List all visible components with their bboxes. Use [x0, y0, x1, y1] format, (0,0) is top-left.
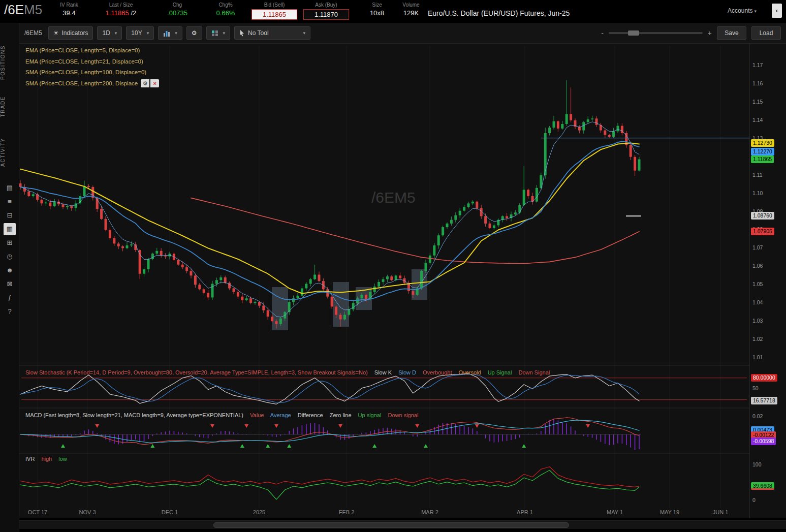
zoom-slider-thumb[interactable]: [628, 30, 639, 36]
stoch-study-label[interactable]: Slow Stochastic (K Period=14, D Period=9…: [25, 369, 368, 375]
tab-trade[interactable]: TRADE: [0, 93, 19, 120]
chevron-down-icon: ▾: [115, 30, 117, 36]
price-axis[interactable]: 1.171.161.151.141.131.121.111.101.091.08…: [749, 44, 786, 518]
zoom-slider[interactable]: [609, 32, 703, 34]
up-signal-arrow: [266, 444, 270, 448]
time-axis[interactable]: OCT 17NOV 3DEC 12025FEB 2MAR 2APR 1MAY 1…: [19, 509, 749, 518]
macd-legend-downsignal: Down signal: [388, 412, 418, 418]
collapse-panel-button[interactable]: ‹: [772, 4, 782, 18]
indicators-button[interactable]: ☀ Indicators: [48, 26, 93, 40]
chg-cell: Chg .00735: [155, 2, 200, 17]
axis-label: 100: [752, 461, 762, 468]
stoch-legend-slowk: Slow K: [374, 369, 392, 375]
chg-pct-value: 0.66%: [205, 9, 246, 17]
study-settings-button[interactable]: ⚙: [141, 79, 149, 87]
chg-label: Chg: [155, 2, 200, 9]
volume-label: Volume: [395, 2, 427, 9]
timeframe-dropdown[interactable]: 1D▾: [97, 26, 122, 40]
ask-button[interactable]: 1.11870: [303, 9, 349, 20]
study-label-sma200[interactable]: SMA (Price=CLOSE, Length=200, Displace: [25, 78, 138, 89]
tab-activity[interactable]: ACTIVITY: [0, 135, 19, 170]
x-axis-label: MAR 2: [421, 509, 438, 515]
study-remove-button[interactable]: ×: [150, 79, 159, 87]
axis-value-bubble: 1.12270: [751, 148, 774, 155]
x-axis-label: APR 1: [517, 509, 533, 515]
macd-legend-value: Value: [250, 412, 264, 418]
iv-rank-cell: IV Rank 39.4: [51, 2, 87, 17]
size-cell: Size 10x8: [359, 2, 395, 17]
layout-dropdown[interactable]: ▾: [206, 26, 231, 40]
grid-icon[interactable]: ⊞: [4, 237, 16, 249]
price-levels-layer: [541, 138, 749, 216]
load-button[interactable]: Load: [751, 26, 781, 40]
zoom-in-button[interactable]: +: [708, 29, 712, 37]
accounts-dropdown[interactable]: Accounts▾: [728, 7, 757, 14]
chart-settings-button[interactable]: ⚙: [186, 26, 202, 40]
archive-icon[interactable]: ⊠: [4, 278, 16, 290]
up-signal-arrow: [287, 444, 291, 448]
bid-label: Bid (Sell): [250, 2, 299, 9]
macd-label-row: MACD (Fast length=8, Slow length=21, MAC…: [25, 412, 423, 418]
toolbar-symbol: /6EM5: [24, 29, 42, 37]
drawing-tool-dropdown[interactable]: No Tool ▾: [234, 26, 310, 40]
toolbar-right-group: - + Save Load: [601, 26, 781, 40]
axis-label: 1.02: [752, 335, 763, 343]
macd-legend-average: Average: [270, 412, 291, 418]
x-axis-label: JUN 1: [713, 509, 729, 515]
x-axis-label: DEC 1: [162, 509, 178, 515]
list-icon[interactable]: ≡: [4, 196, 16, 208]
trade-ticket-icon[interactable]: ⊟: [4, 209, 16, 222]
bid-button[interactable]: 1.11865: [251, 9, 297, 20]
cursor-icon: [239, 29, 245, 37]
x-axis-label: 2025: [253, 509, 265, 515]
axis-label: 1.11: [752, 171, 763, 179]
ask-cell: Ask (Buy) 1.11870: [302, 2, 351, 20]
ivr-study-label[interactable]: IVR: [25, 456, 35, 462]
symbol-title: /6EM5: [4, 2, 42, 18]
people-icon[interactable]: ☻: [4, 264, 16, 276]
tool-value: No Tool: [248, 29, 268, 37]
macd-legend-zeroline: Zero line: [330, 412, 352, 418]
chart-scrollbar[interactable]: [19, 520, 786, 529]
chart-icon[interactable]: ▦: [4, 223, 16, 235]
chart-style-dropdown[interactable]: ▾: [158, 26, 182, 40]
bid-cell: Bid (Sell) 1.11865: [250, 2, 299, 20]
axis-value-bubble: 1.08760: [751, 212, 774, 220]
accounts-label: Accounts: [728, 7, 752, 14]
macd-legend-upsignal: Up signal: [358, 412, 382, 418]
grid-layout-icon: [211, 30, 218, 37]
axis-value-bubble: 1.11865: [751, 155, 774, 163]
save-button[interactable]: Save: [717, 26, 746, 40]
axis-value-bubble: 16.57718: [751, 397, 777, 404]
chevron-down-icon: ▾: [223, 30, 226, 36]
axis-label: 1.14: [752, 116, 763, 124]
report-icon[interactable]: ▤: [4, 182, 16, 194]
fx-icon[interactable]: ƒ: [4, 292, 16, 304]
zoom-out-button[interactable]: -: [601, 29, 604, 37]
axis-value-bubble: -0.00598: [751, 437, 776, 445]
chart-canvas[interactable]: [19, 44, 749, 518]
study-label-ema5[interactable]: EMA (Price=CLOSE, Length=5, Displace=0): [25, 45, 159, 56]
clock-icon[interactable]: ◷: [4, 251, 16, 263]
left-sidebar: POSITIONS TRADE ACTIVITY ▤≡⊟▦⊞◷☻⊠ƒ?: [0, 23, 19, 532]
grid-layer: [19, 46, 749, 508]
stochastic-layer: [20, 373, 747, 404]
last-size-label: Last / Size: [91, 2, 150, 9]
study-label-ema21[interactable]: EMA (Price=CLOSE, Length=21, Displace=0): [25, 56, 159, 68]
range-dropdown[interactable]: 10Y▾: [126, 26, 154, 40]
down-signal-arrow: [95, 424, 99, 428]
x-axis-label: MAY 1: [607, 509, 623, 515]
gear-icon: ⚙: [192, 29, 197, 37]
scrollbar-thumb[interactable]: [213, 522, 569, 528]
axis-label: 1.10: [752, 190, 763, 197]
last-size-cell: Last / Size 1.11865 /2: [91, 2, 150, 17]
ivr-legend-high: high: [41, 456, 52, 462]
macd-study-label[interactable]: MACD (Fast length=8, Slow length=21, MAC…: [25, 412, 243, 418]
chg-pct-cell: Chg% 0.66%: [205, 2, 246, 17]
tab-positions[interactable]: POSITIONS: [0, 42, 19, 83]
axis-label: 1.01: [752, 354, 763, 361]
iv-rank-label: IV Rank: [51, 2, 87, 9]
help-icon[interactable]: ?: [4, 305, 16, 318]
axis-label: 1.03: [752, 317, 763, 325]
study-label-sma100[interactable]: SMA (Price=CLOSE, Length=100, Displace=0…: [25, 67, 159, 78]
